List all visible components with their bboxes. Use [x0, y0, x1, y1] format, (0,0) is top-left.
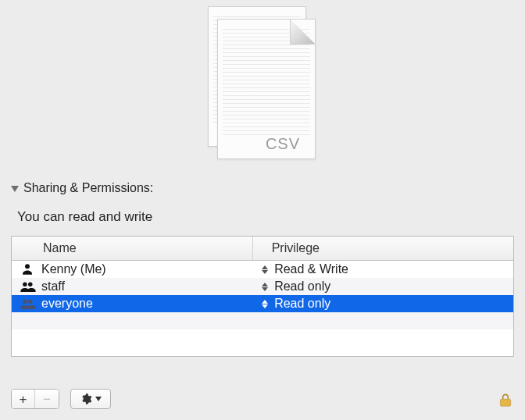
remove-button[interactable]: − — [35, 390, 59, 408]
footer-toolbar: + − — [11, 389, 514, 409]
svg-point-4 — [28, 300, 33, 304]
svg-point-1 — [23, 283, 27, 287]
file-icon: CSV — [208, 6, 317, 162]
group-icon — [20, 279, 35, 294]
file-preview-area: CSV — [0, 6, 525, 162]
gear-icon — [80, 393, 92, 405]
privilege-selector[interactable]: Read only — [260, 297, 507, 311]
file-info-window: CSV Sharing & Permissions: You can read … — [0, 0, 525, 420]
section-title: Sharing & Permissions: — [23, 181, 153, 195]
row-privilege: Read only — [274, 297, 330, 311]
column-header-name[interactable]: Name — [12, 237, 252, 261]
row-name: staff — [41, 279, 65, 294]
privilege-selector[interactable]: Read & Write — [260, 262, 507, 276]
row-privilege: Read & Write — [274, 262, 348, 276]
up-down-icon — [262, 298, 270, 309]
row-name: Kenny (Me) — [41, 262, 106, 276]
row-name: everyone — [41, 297, 93, 311]
table-row-empty — [12, 312, 513, 329]
add-button[interactable]: + — [12, 390, 35, 408]
table-row-empty — [12, 329, 513, 347]
add-remove-segment: + − — [11, 389, 59, 409]
disclosure-triangle-icon — [11, 186, 19, 192]
privilege-selector[interactable]: Read only — [260, 279, 507, 294]
up-down-icon — [262, 281, 270, 292]
svg-point-0 — [25, 264, 30, 269]
file-type-label: CSV — [266, 135, 300, 153]
action-menu-button[interactable] — [70, 389, 111, 409]
table-row[interactable]: everyoneRead only — [12, 295, 513, 312]
permission-summary: You can read and write — [17, 209, 514, 225]
permissions-table: Name Privilege Kenny (Me)Read & Writesta… — [11, 236, 514, 357]
column-header-privilege[interactable]: Privilege — [252, 237, 513, 261]
group-icon — [20, 297, 35, 311]
section-disclosure[interactable]: Sharing & Permissions: — [11, 181, 514, 195]
table-row[interactable]: Kenny (Me)Read & Write — [12, 261, 513, 279]
up-down-icon — [262, 264, 270, 275]
chevron-down-icon — [95, 397, 102, 401]
svg-point-2 — [28, 283, 33, 287]
svg-point-3 — [23, 300, 27, 304]
row-privilege: Read only — [274, 279, 330, 294]
sharing-permissions-section: Sharing & Permissions: You can read and … — [11, 181, 514, 357]
table-header-row: Name Privilege — [12, 237, 513, 261]
person-icon — [20, 262, 35, 276]
lock-button[interactable] — [497, 389, 514, 409]
table-row[interactable]: staffRead only — [12, 278, 513, 295]
